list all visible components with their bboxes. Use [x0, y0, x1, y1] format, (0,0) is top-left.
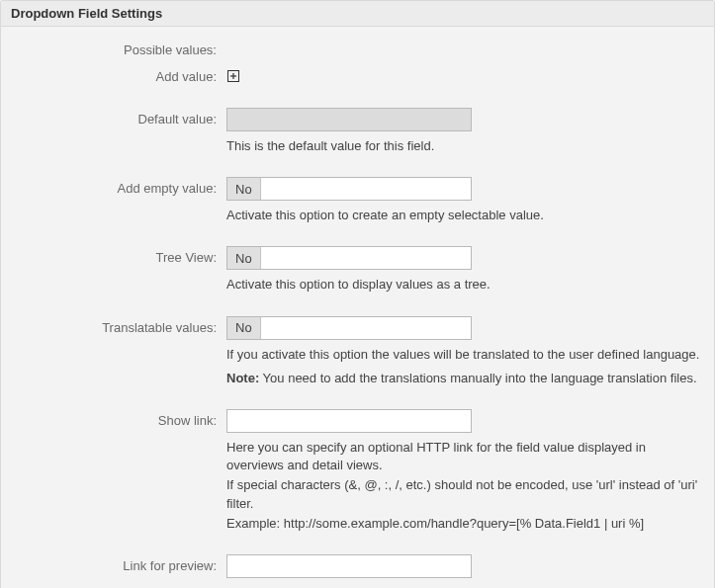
tree-view-selected: No	[227, 247, 261, 269]
label-link-for-preview: Link for preview:	[11, 554, 219, 573]
help-add-empty-value: Activate this option to create an empty …	[226, 207, 704, 224]
row-possible-values: Possible values:	[11, 31, 704, 57]
label-add-empty-value: Add empty value:	[11, 177, 219, 196]
add-empty-value-select[interactable]: No	[226, 177, 472, 201]
tree-view-select[interactable]: No	[226, 246, 472, 270]
translatable-values-selected: No	[227, 317, 261, 339]
help-translatable-values: If you activate this option the values w…	[226, 346, 704, 364]
row-translatable-values: Translatable values: No If you activate …	[11, 308, 704, 387]
help-tree-view: Activate this option to display values a…	[226, 276, 704, 294]
label-show-link: Show link:	[11, 409, 219, 428]
label-translatable-values: Translatable values:	[11, 316, 219, 335]
label-add-value: Add value:	[11, 65, 219, 84]
dropdown-settings-panel: Dropdown Field Settings Possible values:…	[0, 0, 715, 588]
row-default-value: Default value: This is the default value…	[11, 100, 704, 155]
panel-title: Dropdown Field Settings	[1, 1, 714, 27]
help-default-value: This is the default value for this field…	[226, 137, 704, 155]
note-text: You need to add the translations manuall…	[259, 371, 696, 385]
label-possible-values: Possible values:	[11, 39, 219, 57]
label-tree-view: Tree View:	[11, 246, 219, 265]
help-link-for-preview: If filled in, this URL will be used for …	[226, 584, 704, 588]
note-label: Note:	[226, 371, 259, 385]
add-empty-value-selected: No	[227, 178, 261, 200]
row-link-for-preview: Link for preview: If filled in, this URL…	[11, 546, 704, 588]
show-link-input[interactable]	[226, 409, 472, 433]
translatable-values-select[interactable]: No	[226, 316, 472, 340]
row-tree-view: Tree View: No Activate this option to di…	[11, 238, 704, 294]
row-add-value: Add value:	[11, 57, 704, 86]
row-add-empty-value: Add empty value: No Activate this option…	[11, 169, 704, 224]
help-show-link-2: If special characters (&, @, :, /, etc.)…	[226, 476, 704, 512]
panel-body: Possible values: Add value: Default valu…	[1, 27, 714, 588]
help-show-link-3: Example: http://some.example.com/handle?…	[226, 515, 704, 533]
add-value-icon[interactable]	[226, 69, 240, 83]
help-show-link-1: Here you can specify an optional HTTP li…	[226, 439, 704, 474]
link-for-preview-input[interactable]	[226, 554, 472, 578]
help-translatable-note: Note: You need to add the translations m…	[226, 370, 704, 387]
label-default-value: Default value:	[11, 108, 219, 126]
default-value-input	[226, 108, 472, 131]
row-show-link: Show link: Here you can specify an optio…	[11, 401, 704, 533]
